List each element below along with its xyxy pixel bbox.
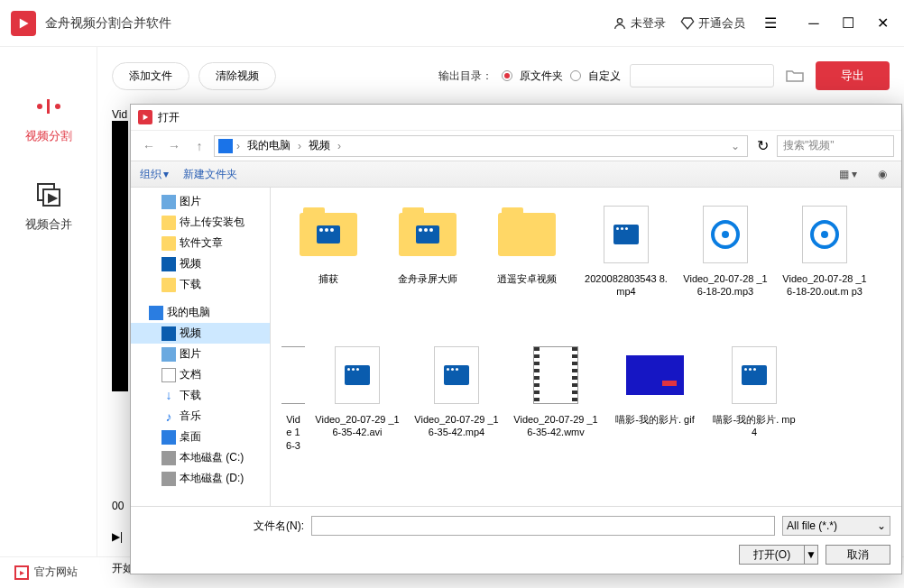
tree-item[interactable]: 本地磁盘 (C:): [131, 447, 270, 468]
file-grid[interactable]: 捕获金舟录屏大师逍遥安卓视频2020082803543 8.mp4Video_2…: [271, 188, 901, 506]
filename-label: 文件名(N):: [142, 519, 304, 534]
website-icon: ▸: [14, 565, 29, 580]
file-icon: [722, 343, 787, 408]
search-input[interactable]: 搜索"视频": [777, 135, 894, 157]
svg-point-3: [55, 104, 60, 109]
dialog-nav: ← → ↑ › 我的电脑 › 视频 › ⌄ ↻ 搜索"视频": [131, 130, 901, 161]
nav-back-button[interactable]: ←: [138, 135, 160, 157]
file-item[interactable]: Video_20-07-29 _16-35-42.mp4: [410, 339, 503, 474]
file-icon: [693, 202, 758, 267]
minimize-button[interactable]: ─: [803, 13, 825, 34]
tree-item[interactable]: ↓下载: [131, 385, 270, 406]
tree-item[interactable]: 文档: [131, 364, 270, 385]
clear-video-button[interactable]: 清除视频: [198, 62, 276, 90]
close-button[interactable]: ✕: [872, 13, 893, 34]
pc-icon: [218, 139, 233, 153]
export-button[interactable]: 导出: [816, 61, 890, 90]
menu-icon[interactable]: ☰: [760, 13, 781, 34]
file-item[interactable]: 喵影-我的影片. mp4: [707, 339, 801, 474]
dialog-logo: [138, 110, 152, 124]
file-item[interactable]: Video_20-07-28 _16-18-20.out.m p3: [778, 198, 872, 334]
user-icon: [613, 16, 627, 31]
file-icon: [424, 343, 489, 408]
file-item[interactable]: 2020082803543 8.mp4: [579, 198, 673, 334]
file-item[interactable]: Video_20-07-29 _16-35-42.avi: [310, 339, 404, 474]
browse-folder-button[interactable]: [783, 64, 807, 87]
tree-item[interactable]: 图片: [131, 344, 270, 364]
output-label: 输出目录：: [438, 69, 493, 84]
file-item[interactable]: Video_20-07-28 _16-18-20.mp3: [678, 198, 772, 334]
tree-item[interactable]: 待上传安装包: [131, 212, 270, 233]
tree-item[interactable]: ♪音乐: [131, 406, 270, 427]
open-dialog: 打开 ← → ↑ › 我的电脑 › 视频 › ⌄ ↻ 搜索"视频" 组织 ▾ 新…: [130, 104, 902, 574]
file-icon: [395, 202, 460, 267]
split-icon: [34, 92, 63, 121]
sidebar-item-split[interactable]: 视频分割: [0, 74, 97, 162]
video-preview: [112, 121, 128, 391]
nav-up-button[interactable]: ↑: [189, 135, 210, 157]
app-logo: [11, 11, 36, 36]
tree-item[interactable]: 视频: [131, 253, 270, 274]
nav-forward-button[interactable]: →: [163, 135, 185, 157]
file-icon: [792, 202, 857, 267]
breadcrumb[interactable]: › 我的电脑 › 视频 › ⌄: [214, 135, 748, 157]
file-icon: [523, 343, 588, 408]
file-item[interactable]: 捕获: [281, 198, 375, 334]
file-icon: [594, 202, 659, 267]
filetype-filter[interactable]: All file (*.*)⌄: [782, 516, 890, 536]
svg-point-1: [37, 104, 42, 109]
file-item[interactable]: 喵影-我的影片. gif: [608, 339, 702, 474]
file-icon: [325, 343, 390, 408]
open-button[interactable]: 打开(O): [739, 545, 804, 565]
sidebar: 视频分割 视频合并: [0, 47, 97, 556]
svg-point-0: [617, 18, 622, 23]
output-path-input[interactable]: [630, 64, 774, 87]
login-button[interactable]: 未登录: [613, 15, 666, 32]
folder-tree[interactable]: 图片待上传安装包软件文章视频下载我的电脑视频图片文档↓下载♪音乐桌面本地磁盘 (…: [131, 188, 271, 506]
sidebar-item-merge[interactable]: 视频合并: [0, 162, 97, 251]
vip-button[interactable]: 开通会员: [680, 15, 745, 32]
cancel-button[interactable]: 取消: [826, 545, 890, 565]
help-button[interactable]: ◉: [872, 164, 892, 184]
new-folder-button[interactable]: 新建文件夹: [183, 167, 237, 182]
website-link[interactable]: 官方网站: [34, 565, 78, 580]
organize-button[interactable]: 组织 ▾: [140, 167, 169, 182]
tree-item[interactable]: 软件文章: [131, 233, 270, 253]
titlebar: 金舟视频分割合并软件 未登录 开通会员 ☰ ─ ☐ ✕: [0, 0, 904, 47]
maximize-button[interactable]: ☐: [837, 13, 859, 34]
refresh-button[interactable]: ↻: [752, 135, 773, 157]
toolbar: 添加文件 清除视频 输出目录： 原文件夹 自定义 导出: [112, 61, 890, 90]
tree-item[interactable]: 图片: [131, 191, 270, 212]
file-icon: [494, 202, 559, 267]
file-icon: [623, 343, 687, 408]
file-icon: [281, 343, 305, 408]
open-dropdown[interactable]: ▼: [804, 545, 818, 565]
radio-original[interactable]: [502, 70, 512, 81]
file-item[interactable]: Vide 16-3: [281, 339, 305, 474]
add-file-button[interactable]: 添加文件: [112, 62, 189, 90]
dialog-toolbar: 组织 ▾ 新建文件夹 ▦ ▾ ◉: [131, 161, 901, 188]
file-item[interactable]: Video_20-07-29 _16-35-42.wmv: [509, 339, 603, 474]
tree-item[interactable]: 下载: [131, 274, 270, 295]
tree-item[interactable]: 本地磁盘 (D:): [131, 468, 270, 489]
file-item[interactable]: 金舟录屏大师: [381, 198, 475, 334]
app-title: 金舟视频分割合并软件: [45, 15, 171, 32]
file-item[interactable]: 逍遥安卓视频: [480, 198, 574, 334]
radio-custom[interactable]: [570, 70, 581, 81]
filename-input[interactable]: [311, 516, 775, 536]
file-icon: [296, 202, 361, 267]
tree-item[interactable]: 视频: [131, 323, 270, 344]
tree-item-pc[interactable]: 我的电脑: [131, 302, 270, 323]
view-mode-button[interactable]: ▦ ▾: [838, 164, 858, 184]
dialog-titlebar: 打开: [131, 105, 901, 130]
diamond-icon: [680, 16, 695, 31]
svg-rect-2: [47, 99, 50, 114]
breadcrumb-dropdown[interactable]: ⌄: [727, 140, 743, 152]
tree-item[interactable]: 桌面: [131, 427, 270, 447]
merge-icon: [34, 180, 63, 209]
